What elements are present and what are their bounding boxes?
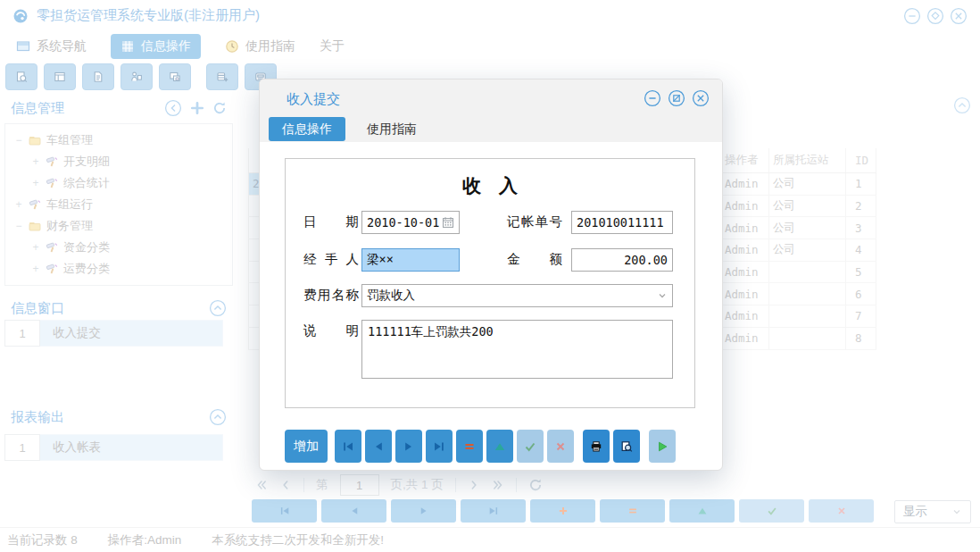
printer-button[interactable] [583,430,610,463]
nav-prev-button[interactable] [365,430,392,463]
tree-item[interactable]: −财务管理 [5,215,232,237]
tree-item[interactable]: −车组管理 [5,130,232,151]
triangle-up-icon [697,506,708,516]
note-textarea[interactable]: 111111车上罚款共200 [361,320,673,379]
refresh-icon[interactable] [212,101,227,115]
check-button[interactable] [739,499,804,523]
plus-small-icon[interactable] [190,101,204,115]
menu-item-label: 关于 [320,38,345,54]
nav-last-button[interactable] [426,430,453,463]
dialog-title: 收入提交 [287,91,340,108]
document-button[interactable] [82,63,114,90]
refresh-icon[interactable] [528,478,543,492]
menu-item-4[interactable]: 关于 [320,38,345,54]
collapse-icon[interactable] [209,299,227,317]
check-button[interactable] [517,430,544,463]
circle-close-icon[interactable] [692,89,710,107]
nav-prev-button[interactable] [321,499,386,523]
equals-button[interactable] [600,499,665,523]
nav-last-button[interactable] [461,499,526,523]
nav-next-icon [419,506,429,516]
calendar-icon[interactable] [442,216,454,229]
cross-button[interactable] [809,499,874,523]
report-output-item[interactable]: 1收入帐表 [4,434,223,461]
form-button[interactable] [44,63,76,90]
display-select[interactable]: 显示 [894,500,971,523]
menu-item-2[interactable]: 信息操作 [111,34,201,59]
folder-icon [29,134,41,146]
play-button[interactable] [649,430,676,463]
expander-plus-icon[interactable]: + [31,263,40,275]
list-item-label: 收入提交 [40,320,223,347]
form-row: 经手人 梁×× 金额 200.00 [286,248,694,272]
nav-first-button[interactable] [252,499,317,523]
equals-button[interactable] [456,430,483,463]
plus-button[interactable] [530,499,595,523]
add-button[interactable]: 增加 [285,430,328,463]
tree-item-label: 财务管理 [46,218,93,234]
circle-close-icon[interactable] [950,7,968,25]
first-page-icon[interactable] [255,479,268,491]
pager-divider [455,478,456,492]
circle-max-icon[interactable] [926,7,944,25]
circle-minus-icon[interactable] [644,89,661,107]
tree-item[interactable]: +开支明细 [5,151,232,172]
date-input[interactable]: 2010-10-01 [361,211,460,234]
menu-item-1[interactable]: 系统导航 [16,38,87,54]
dialog-tab-1[interactable]: 信息操作 [269,117,345,141]
tree-item[interactable]: +运费分类 [5,258,232,280]
tree-item[interactable]: +车组运行 [5,194,232,215]
nav-prev-icon [372,440,385,453]
cross-button[interactable] [547,430,574,463]
voucher-input[interactable]: 201010011111 [571,211,673,234]
list-item-label: 收入帐表 [40,434,223,461]
circle-chevron-left-icon[interactable] [164,99,182,117]
handler-input[interactable]: 梁×× [361,248,460,272]
circle-minus-icon[interactable] [903,7,921,25]
tree-item-label: 综合统计 [63,175,110,191]
circle-restore-icon[interactable] [668,89,685,107]
print-preview-button[interactable] [613,430,640,463]
info-window-item[interactable]: 1收入提交 [4,320,223,347]
expander-minus-icon[interactable]: − [14,134,23,146]
triangle-up-button[interactable] [669,499,735,523]
amount-input[interactable]: 200.00 [571,248,673,272]
grid-cell: 公司 [769,217,846,238]
hammer-icon [46,263,58,275]
user-report-button[interactable] [120,63,153,90]
status-bar: 当前记录数 8 操作者:Admin 本系统支持二次开发和全新开发! [0,527,980,552]
expander-plus-icon[interactable]: + [14,198,23,211]
window-chart-button[interactable] [159,63,191,90]
database-add-button[interactable] [206,63,238,90]
nav-next-button[interactable] [395,430,422,463]
expander-plus-icon[interactable]: + [31,177,40,189]
expander-minus-icon[interactable]: − [14,220,23,232]
fee-name-label: 费用名称 [303,287,359,304]
app-logo-icon [12,8,29,24]
page-input[interactable]: 1 [340,474,379,496]
nav-next-button[interactable] [391,499,456,523]
plus-icon [558,506,569,516]
expander-plus-icon[interactable]: + [31,241,40,254]
prev-page-icon[interactable] [279,479,292,491]
expander-plus-icon[interactable]: + [31,155,40,168]
nav-first-button[interactable] [335,430,361,463]
tree-item[interactable]: +综合统计 [5,172,232,194]
dialog-tabs: 信息操作使用指南 [269,117,430,141]
dialog-tab-2[interactable]: 使用指南 [353,117,430,141]
clock-icon [225,39,239,54]
collapse-icon[interactable] [209,408,227,426]
last-page-icon[interactable] [492,479,504,491]
form-row: 日期 2010-10-01 记帐单号 201010011111 [286,211,694,234]
dialog-header: 收入提交 信息操作使用指南 [260,79,722,142]
fee-name-select[interactable]: 罚款收入 [361,284,673,307]
next-page-icon[interactable] [468,479,480,491]
nav-first-icon [342,440,354,453]
tree-item[interactable]: +资金分类 [5,237,232,258]
chevron-down-icon [951,506,962,517]
content-collapse-icon[interactable] [953,96,971,114]
triangle-up-button[interactable] [486,430,513,463]
grid-cell: 4 [846,239,876,261]
menu-item-3[interactable]: 使用指南 [225,38,295,54]
search-doc-button[interactable] [5,63,37,90]
